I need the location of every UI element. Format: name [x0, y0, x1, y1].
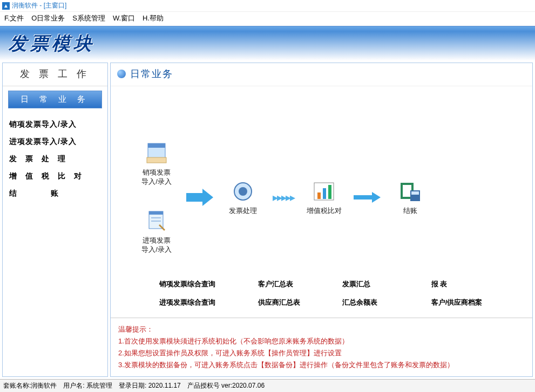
flow-area: 销项发票导入/录入 进项发票导入/录入 [111, 86, 532, 318]
app-title: 润衡软件 - [主窗口] [12, 1, 66, 10]
invoice-icon [144, 140, 170, 166]
arrow-icon [186, 187, 213, 208]
menubar: F.文件 O日常业务 S系统管理 W.窗口 H.帮助 [0, 12, 535, 26]
flow-invoice-process[interactable]: 发票处理 [219, 178, 267, 216]
main-header-title: 日常业务 [130, 67, 173, 80]
main-header: 日常业务 [111, 63, 532, 86]
status-user: 用户名: 系统管理 [63, 381, 112, 390]
links-row: 销项发票综合查询 进项发票综合查询 客户汇总表 供应商汇总表 发票汇总 汇总余额… [132, 279, 522, 307]
tip-line-1: 1.首次使用发票模块须进行系统初始化（不会影响您原来账务系统的数据） [118, 335, 525, 347]
main-panel: 日常业务 销项发票导入/录入 进项发票导入/录入 [110, 63, 533, 377]
sidebar-item-purchase-import[interactable]: 进项发票导入/录入 [3, 133, 107, 150]
titlebar: ▲ 润衡软件 - [主窗口] [0, 0, 535, 12]
module-title: 发票模块 [9, 31, 95, 56]
sidebar-item-closing[interactable]: 结账 [3, 185, 107, 202]
link-supplier-summary[interactable]: 供应商汇总表 [258, 298, 342, 307]
arrow-dotted-icon: ▸▸▸▸▸ [273, 191, 294, 204]
sidebar-active-daily[interactable]: 日 常 业 务 [8, 91, 102, 108]
flow-input-column: 销项发票导入/录入 进项发票导入/录入 [132, 140, 181, 255]
tips-title: 温馨提示： [118, 324, 525, 335]
svg-rect-13 [328, 185, 331, 199]
svg-rect-2 [147, 157, 166, 163]
svg-rect-18 [411, 191, 419, 195]
svg-rect-12 [323, 188, 326, 199]
status-account: 套账名称:润衡软件 [3, 381, 57, 390]
header-dot-icon [117, 70, 126, 78]
svg-point-9 [239, 187, 247, 196]
banner: 发票模块 [0, 26, 535, 60]
sidebar-item-sales-import[interactable]: 销项发票导入/录入 [3, 116, 107, 133]
menu-daily[interactable]: O日常业务 [31, 13, 65, 23]
menu-window[interactable]: W.窗口 [113, 13, 135, 23]
flow-label: 销项发票导入/录入 [141, 168, 172, 187]
flow-sales-import[interactable]: 销项发票导入/录入 [132, 140, 181, 187]
svg-rect-16 [403, 185, 411, 197]
flow-label: 进项发票导入/录入 [141, 236, 172, 255]
svg-rect-11 [317, 192, 321, 199]
link-reports[interactable]: 报 表 [431, 279, 505, 289]
flow-purchase-import[interactable]: 进项发票导入/录入 [132, 208, 181, 255]
flow-vat-compare[interactable]: 增值税比对 [300, 178, 348, 216]
flow-label: 增值税比对 [307, 207, 342, 216]
flow-label: 结账 [403, 207, 417, 216]
flow: 销项发票导入/录入 进项发票导入/录入 [132, 140, 522, 255]
statusbar: 套账名称:润衡软件 用户名: 系统管理 登录日期: 2020.11.17 产品授… [0, 379, 535, 392]
gear-globe-icon [230, 178, 256, 204]
tips-box: 温馨提示： 1.首次使用发票模块须进行系统初始化（不会影响您原来账务系统的数据）… [111, 318, 532, 376]
sidebar: 发 票 工 作 日 常 业 务 销项发票导入/录入 进项发票导入/录入 发 票 … [2, 63, 108, 377]
arrow-icon [354, 192, 381, 203]
menu-system[interactable]: S系统管理 [72, 13, 105, 23]
flow-label: 发票处理 [229, 207, 257, 216]
flow-closing[interactable]: 结账 [386, 178, 435, 216]
chart-icon [311, 178, 337, 204]
app-icon: ▲ [2, 2, 10, 10]
menu-file[interactable]: F.文件 [4, 13, 24, 23]
link-sales-query[interactable]: 销项发票综合查询 [159, 279, 258, 289]
document-pen-icon [144, 208, 170, 234]
tip-line-2: 2.如果您想设置操作员及权限，可进入账务系统【操作员管理】进行设置 [118, 347, 525, 359]
sidebar-title: 发 票 工 作 [3, 63, 107, 86]
link-invoice-summary[interactable]: 发票汇总 [342, 279, 431, 289]
sidebar-item-invoice-process[interactable]: 发 票 处 理 [3, 150, 107, 168]
sidebar-item-vat-compare[interactable]: 增 值 税 比 对 [3, 168, 107, 185]
menu-help[interactable]: H.帮助 [143, 13, 164, 23]
tip-line-3: 3.发票模块的数据备份，可进入账务系统点击【数据备份】进行操作（备份文件里包含了… [118, 359, 525, 371]
svg-rect-1 [148, 143, 165, 148]
content: 发 票 工 作 日 常 业 务 销项发票导入/录入 进项发票导入/录入 发 票 … [0, 60, 535, 379]
status-license: 产品授权号 ver:2020.07.06 [187, 381, 265, 390]
svg-marker-14 [354, 192, 381, 203]
status-login-date: 登录日期: 2020.11.17 [119, 381, 181, 390]
link-customer-summary[interactable]: 客户汇总表 [258, 279, 342, 289]
link-partner-archive[interactable]: 客户/供应商档案 [431, 298, 505, 307]
svg-rect-4 [149, 211, 163, 215]
link-balance-summary[interactable]: 汇总余额表 [342, 298, 431, 307]
ledger-calc-icon [397, 178, 423, 204]
link-purchase-query[interactable]: 进项发票综合查询 [159, 298, 258, 307]
svg-marker-7 [186, 189, 213, 206]
